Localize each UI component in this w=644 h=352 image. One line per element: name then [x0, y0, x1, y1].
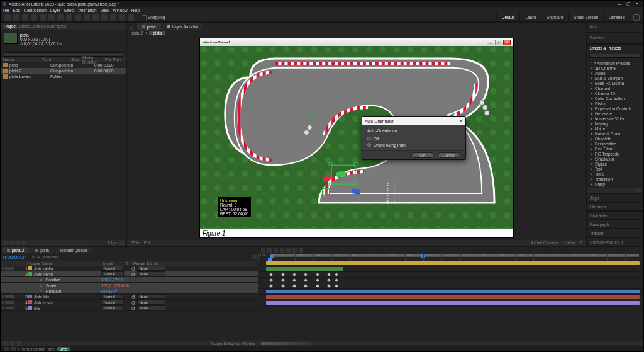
status-icon[interactable]: [4, 347, 9, 351]
col-filepath[interactable]: File Path: [103, 57, 126, 62]
menu-effect[interactable]: Effect: [64, 8, 75, 13]
effect-category[interactable]: Color Correction: [587, 96, 643, 101]
tl-tool-icon[interactable]: [274, 248, 278, 253]
close-button[interactable]: ✕: [633, 1, 641, 6]
type-tool-icon[interactable]: [84, 14, 90, 21]
effect-category[interactable]: Generate: [587, 111, 643, 116]
snapping-checkbox[interactable]: [142, 15, 147, 20]
radio-off[interactable]: Off: [367, 135, 460, 142]
project-row[interactable]: pista Composition 0;00;20;28: [1, 62, 126, 68]
project-row[interactable]: pista 2 Composition 0;00;04;28: [1, 68, 126, 74]
effect-category[interactable]: Blur & Sharpen: [587, 76, 643, 81]
ok-button[interactable]: OK: [411, 152, 434, 158]
tl-tool-icon[interactable]: [292, 248, 297, 253]
tl-tool-icon[interactable]: [280, 248, 284, 253]
collapsed-panel-tab[interactable]: Tracker: [587, 229, 643, 237]
layer-row[interactable]: 5BGNormal@None: [1, 305, 258, 311]
res-dropdown[interactable]: Full: [144, 241, 150, 245]
effect-category[interactable]: 3D Channel: [587, 65, 643, 71]
effect-category[interactable]: Obsolete: [587, 136, 643, 141]
rotate-tool-icon[interactable]: [40, 14, 46, 21]
collapsed-panel-tab[interactable]: Libraries: [587, 203, 643, 210]
layer-property[interactable]: Rotation0x+33,7°: [1, 288, 258, 294]
views-dropdown[interactable]: 1 View: [563, 241, 575, 245]
menu-layer[interactable]: Layer: [50, 8, 60, 13]
col-type[interactable]: Type: [40, 57, 69, 62]
motion-handle[interactable]: [307, 116, 314, 124]
composition-viewer[interactable]: WindowsGame1 _ ▢ ✕: [127, 36, 586, 240]
preview-panel-tab[interactable]: Preview: [587, 33, 643, 41]
info-panel-tab[interactable]: Info: [587, 23, 643, 30]
tl-tool-icon[interactable]: [261, 248, 265, 253]
zoom-slider[interactable]: [261, 342, 311, 345]
tl-foot-icon[interactable]: [3, 341, 8, 346]
timeline-search-icon[interactable]: [252, 255, 257, 259]
home-icon[interactable]: [4, 14, 11, 21]
camera-tool-icon[interactable]: [48, 14, 55, 21]
effect-category[interactable]: Keying: [587, 121, 643, 126]
project-row[interactable]: pista Layers Folder: [1, 74, 126, 79]
layer-row[interactable]: 3Auto bluNormal@None: [1, 294, 258, 300]
camera-dropdown[interactable]: Active Camera: [531, 241, 558, 245]
effect-category[interactable]: Stylize: [587, 161, 643, 166]
timeline-tab[interactable]: pista 2: [2, 247, 29, 253]
project-search-input[interactable]: [4, 52, 123, 57]
trash-icon[interactable]: [119, 241, 124, 245]
cancel-button[interactable]: Cancel: [438, 152, 460, 158]
search-help-icon[interactable]: [633, 14, 640, 21]
exposure[interactable]: 0: [580, 241, 582, 245]
motion-handle[interactable]: [322, 188, 330, 196]
effect-category[interactable]: Cinema 4D: [587, 91, 643, 96]
effect-category[interactable]: Noise & Grain: [587, 131, 643, 136]
effect-category[interactable]: Channel: [587, 86, 643, 91]
toggle-switches[interactable]: Toggle Switches / Modes: [210, 341, 255, 346]
tl-tool-icon[interactable]: [286, 248, 291, 253]
brush-tool-icon[interactable]: [92, 14, 99, 21]
col-name[interactable]: Name: [1, 57, 40, 62]
tl-foot-icon[interactable]: [17, 341, 21, 346]
timeline-tab[interactable]: pista: [30, 247, 54, 253]
project-footer-icon[interactable]: [16, 241, 20, 245]
workspace-learn[interactable]: Learn: [519, 13, 541, 21]
zoom-tool-icon[interactable]: [31, 14, 37, 21]
effect-category[interactable]: Transition: [587, 176, 643, 181]
comp-tab-layer[interactable]: Layer Auto blu: [162, 23, 204, 30]
project-footer-icon[interactable]: [9, 241, 14, 245]
pen-tool-icon[interactable]: [75, 14, 81, 21]
effect-category[interactable]: Simulation: [587, 156, 643, 161]
effect-category[interactable]: Time: [587, 171, 643, 176]
zoom-dropdown[interactable]: 50%: [131, 241, 139, 245]
status-icon[interactable]: [11, 347, 16, 351]
render-queue-tab[interactable]: Render Queue: [55, 247, 92, 253]
effect-category[interactable]: Expression Controls: [587, 106, 643, 111]
workspace-libraries[interactable]: Libraries: [603, 13, 630, 21]
radio-orient-path[interactable]: Orient Along Path: [367, 142, 460, 148]
effect-category[interactable]: Boris FX Mocha: [587, 81, 643, 86]
menu-composition[interactable]: Composition: [24, 8, 47, 13]
col-size[interactable]: Size: [69, 57, 80, 62]
shape-tool-icon[interactable]: [66, 14, 72, 21]
collapsed-panel-tab[interactable]: Align: [587, 194, 643, 202]
layer-row[interactable]: 4Auto rossaNormal@None: [1, 300, 258, 305]
tl-tool-icon[interactable]: [299, 248, 303, 253]
workspace-default[interactable]: Default: [496, 13, 520, 21]
effect-controls-tab[interactable]: Effect Controls Auto verde: [19, 24, 66, 28]
puppet-tool-icon[interactable]: [128, 14, 134, 21]
hand-tool-icon[interactable]: [22, 14, 28, 21]
current-time[interactable]: 0;00;00;24: [3, 254, 27, 260]
project-footer-icon[interactable]: [22, 241, 26, 245]
menu-view[interactable]: View: [101, 8, 109, 13]
effect-category[interactable]: RG Trapcode: [587, 151, 643, 156]
collapsed-panel-tab[interactable]: Character: [587, 212, 643, 219]
menu-animation[interactable]: Animation: [79, 8, 97, 13]
effects-panel-tab[interactable]: Effects & Presets: [587, 45, 643, 52]
effect-category[interactable]: Audio: [587, 71, 643, 76]
effect-category[interactable]: Utility: [587, 181, 643, 186]
effects-search-input[interactable]: [589, 54, 641, 58]
layer-row[interactable]: 1Auto giallaNormal@None: [1, 266, 258, 271]
effect-category[interactable]: Text: [587, 166, 643, 171]
menu-help[interactable]: Help: [131, 8, 140, 13]
layer-property[interactable]: Position291,7,277,6: [1, 277, 258, 283]
menu-file[interactable]: File: [3, 8, 9, 13]
effect-category[interactable]: Perspective: [587, 141, 643, 146]
